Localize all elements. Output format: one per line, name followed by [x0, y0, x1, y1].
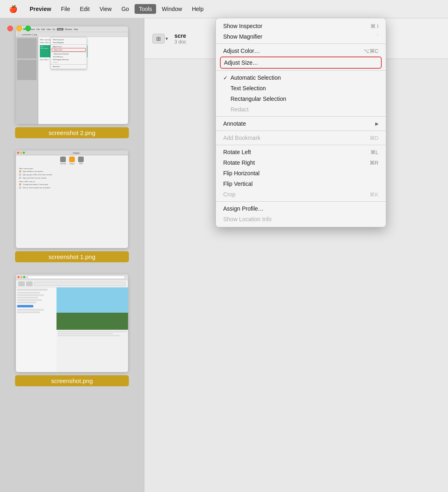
- close-button[interactable]: [7, 26, 13, 31]
- thumbnail-screenshot: [16, 274, 128, 372]
- apple-menu[interactable]: 🍎: [5, 3, 22, 15]
- traffic-lights: [7, 18, 31, 31]
- menu-item-rotate-right[interactable]: Rotate Right ⌘R: [216, 157, 386, 168]
- menu-item-annotate[interactable]: Annotate ▶: [216, 118, 386, 129]
- menu-item-assign-profile[interactable]: Assign Profile…: [216, 203, 386, 214]
- chevron-down-icon[interactable]: ▾: [165, 36, 168, 41]
- thumbnail-screenshot-1: Images General Images PDF: [16, 150, 128, 248]
- menu-item-rectangular-selection[interactable]: ✓ Rectangular Selection: [216, 94, 386, 104]
- menu-item-show-location-info: Show Location Info: [216, 214, 386, 224]
- menubar-preview[interactable]: Preview: [26, 4, 55, 14]
- menu-separator: [216, 145, 386, 145]
- menu-separator: [216, 70, 386, 71]
- menubar-view[interactable]: View: [96, 4, 116, 14]
- thumbnail-label-screenshot: screenshot.png: [15, 375, 129, 386]
- menu-separator: [216, 131, 386, 131]
- tools-menu: Show Inspector ⌘ I Show Magnifier ` Adju…: [215, 18, 386, 227]
- menu-item-text-selection[interactable]: ✓ Text Selection: [216, 83, 386, 94]
- thumbnail-screenshot-2: PreviewFileEditViewGoToolsWindowHelp 📋 s…: [16, 26, 128, 124]
- menubar: 🍎 Preview File Edit View Go Tools Window…: [0, 0, 448, 18]
- window-title-area: scre 3 doc: [174, 33, 186, 45]
- menu-item-add-bookmark: Add Bookmark ⌘D: [216, 133, 386, 143]
- sidebar-toggle-icon[interactable]: ⊞: [152, 34, 165, 44]
- menu-item-flip-vertical[interactable]: Flip Vertical: [216, 179, 386, 189]
- menu-separator: [216, 201, 386, 202]
- menubar-help[interactable]: Help: [188, 4, 208, 14]
- menubar-tools[interactable]: Tools: [135, 4, 156, 14]
- fullscreen-button[interactable]: [25, 26, 31, 31]
- menu-item-crop: Crop ⌘K: [216, 189, 386, 200]
- window-subtitle: 3 doc: [174, 39, 186, 45]
- menubar-file[interactable]: File: [57, 4, 74, 14]
- menu-item-rotate-left[interactable]: Rotate Left ⌘L: [216, 147, 386, 157]
- menubar-edit[interactable]: Edit: [76, 4, 94, 14]
- menu-item-redact: ✓ Redact: [216, 104, 386, 115]
- minimize-button[interactable]: [16, 26, 22, 31]
- menu-separator: [216, 116, 386, 117]
- menubar-go[interactable]: Go: [117, 4, 133, 14]
- menu-item-adjust-color[interactable]: Adjust Color… ⌥⌘C: [216, 46, 386, 56]
- menu-item-automatic-selection[interactable]: ✓ Automatic Selection: [216, 72, 386, 83]
- submenu-arrow-icon: ▶: [375, 121, 378, 126]
- menubar-window[interactable]: Window: [158, 4, 186, 14]
- menu-item-flip-horizontal[interactable]: Flip Horizontal: [216, 168, 386, 179]
- list-item[interactable]: Images General Images PDF: [15, 150, 129, 262]
- menu-separator: [216, 44, 386, 44]
- sidebar: PreviewFileEditViewGoToolsWindowHelp 📋 s…: [0, 18, 144, 492]
- thumbnail-label-screenshot-2: screenshot 2.png: [15, 127, 129, 138]
- list-item[interactable]: screenshot.png: [15, 274, 129, 386]
- menu-item-show-magnifier[interactable]: Show Magnifier `: [216, 31, 386, 42]
- list-item[interactable]: PreviewFileEditViewGoToolsWindowHelp 📋 s…: [15, 26, 129, 138]
- menu-item-show-inspector[interactable]: Show Inspector ⌘ I: [216, 21, 386, 31]
- menu-item-adjust-size[interactable]: Adjust Size…: [220, 57, 382, 69]
- thumbnail-label-screenshot-1: screenshot 1.png: [15, 251, 129, 262]
- window-title: scre: [174, 33, 186, 39]
